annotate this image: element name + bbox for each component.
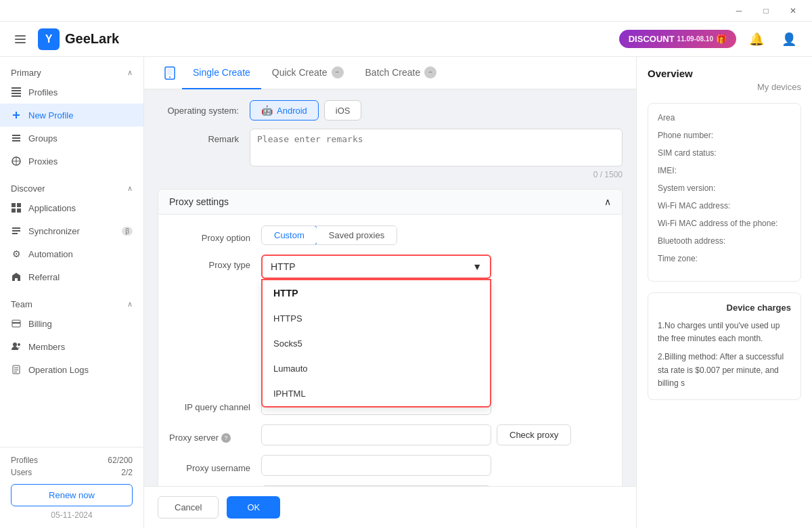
sidebar-item-referral[interactable]: Referral — [0, 265, 143, 288]
sidebar-item-automation[interactable]: ⚙ Automation — [0, 242, 143, 265]
proxy-server-row: Proxy server ? Check proxy — [169, 424, 611, 445]
beta-badge: β — [122, 227, 133, 236]
svg-rect-6 — [12, 95, 21, 97]
saved-proxies-button[interactable]: Saved proxies — [317, 226, 397, 244]
dropdown-item-iphtml[interactable]: IPHTML — [263, 381, 490, 406]
remark-control: 0 / 1500 — [250, 129, 623, 179]
system-version-row: System version: — [658, 183, 791, 194]
custom-proxy-button[interactable]: Custom — [261, 225, 317, 245]
wifi-mac-phone-row: Wi-Fi MAC address of the phone: — [658, 219, 791, 229]
members-icon — [11, 341, 22, 352]
close-button[interactable]: ✕ — [780, 0, 807, 22]
device-info-section: Area Phone number: SIM card status: IMEI… — [648, 103, 801, 282]
proxy-username-input[interactable] — [261, 455, 491, 476]
proxy-option-group: Custom Saved proxies — [261, 225, 397, 245]
sidebar-item-members[interactable]: Members — [0, 335, 143, 358]
sidebar-item-applications[interactable]: Applications — [0, 196, 143, 219]
discount-badge[interactable]: DISCOUNT 11.09-08.10 🎁 — [619, 30, 736, 48]
maximize-button[interactable]: □ — [752, 0, 780, 22]
svg-rect-5 — [12, 93, 21, 94]
os-ios-button[interactable]: iOS — [324, 100, 362, 120]
applications-icon — [11, 202, 22, 213]
sidebar: Primary ∧ Profiles New Profile Groups — [0, 57, 144, 528]
dropdown-item-https[interactable]: HTTPS — [263, 306, 490, 331]
ok-button[interactable]: OK — [227, 496, 280, 519]
proxy-username-row: Proxy username — [169, 455, 611, 476]
svg-rect-1 — [15, 39, 26, 40]
sidebar-section-discover[interactable]: Discover ∧ — [0, 178, 143, 196]
sidebar-section-primary[interactable]: Primary ∧ — [0, 62, 143, 81]
proxy-username-label: Proxy username — [169, 458, 250, 473]
referral-label: Referral — [28, 272, 60, 282]
svg-rect-3 — [12, 87, 21, 89]
automation-icon: ⚙ — [11, 248, 22, 259]
android-icon: 🤖 — [261, 105, 273, 116]
check-proxy-button[interactable]: Check proxy — [497, 424, 571, 445]
minimize-button[interactable]: ─ — [725, 0, 752, 22]
proxy-settings-section: Proxy settings ∧ Proxy option Custom Sav… — [158, 189, 623, 486]
sidebar-item-profiles[interactable]: Profiles — [0, 81, 143, 104]
cancel-button[interactable]: Cancel — [158, 496, 219, 519]
proxy-server-input[interactable] — [261, 424, 491, 445]
proxy-type-selected: HTTP — [271, 261, 296, 272]
proxy-option-control: Custom Saved proxies — [261, 225, 611, 245]
tab-batch-create-close[interactable]: − — [424, 66, 436, 79]
svg-rect-15 — [12, 230, 20, 232]
user-profile-icon[interactable]: 👤 — [777, 27, 801, 51]
dropdown-item-http[interactable]: HTTP — [263, 280, 490, 306]
tab-quick-create-close[interactable]: − — [332, 66, 344, 79]
sidebar-section-team[interactable]: Team ∧ — [0, 294, 143, 312]
area-row: Area — [658, 113, 791, 124]
date-display: 05-11-2024 — [11, 510, 133, 520]
tab-quick-create[interactable]: Quick Create − — [261, 57, 355, 89]
chevron-down-icon: ▼ — [472, 261, 482, 272]
device-charges-section: Device charges 1.No charges until you've… — [648, 292, 801, 400]
svg-rect-14 — [12, 227, 20, 229]
form-footer: Cancel OK — [144, 486, 636, 528]
proxies-icon — [11, 156, 22, 167]
tab-batch-create[interactable]: Batch Create − — [355, 57, 448, 89]
applications-label: Applications — [28, 203, 76, 213]
svg-rect-4 — [12, 90, 21, 91]
sidebar-toggle-button[interactable] — [11, 30, 30, 49]
proxy-server-control: Check proxy — [261, 424, 611, 445]
dropdown-item-lumauto[interactable]: Lumauto — [263, 356, 490, 381]
groups-icon — [11, 133, 22, 144]
notification-icon[interactable]: 🔔 — [744, 27, 769, 51]
svg-rect-16 — [12, 233, 18, 234]
os-row: Operating system: 🤖 Android iOS — [158, 100, 623, 120]
sidebar-item-proxies[interactable]: Proxies — [0, 150, 143, 173]
sidebar-item-groups[interactable]: Groups — [0, 127, 143, 150]
sidebar-item-synchronizer[interactable]: Synchronizer β — [0, 219, 143, 242]
os-android-button[interactable]: 🤖 Android — [250, 100, 319, 120]
timezone-row: Time zone: — [658, 254, 791, 265]
dropdown-item-socks5[interactable]: Socks5 — [263, 331, 490, 356]
sidebar-item-billing[interactable]: Billing — [0, 312, 143, 335]
tab-single-create[interactable]: Single Create — [182, 57, 261, 89]
svg-rect-13 — [17, 208, 21, 213]
sidebar-stats: Profiles 62/200 Users 2/2 — [11, 456, 133, 477]
billing-icon — [11, 318, 22, 329]
wifi-mac-row: Wi-Fi MAC address: — [658, 201, 791, 212]
proxy-type-selector[interactable]: HTTP ▼ — [261, 255, 491, 279]
info-icon: ? — [221, 433, 231, 443]
chevron-up-icon: ∧ — [127, 68, 133, 77]
proxy-type-container: HTTP ▼ HTTP HTTPS Socks5 Lumauto IPHTML — [261, 255, 611, 279]
svg-rect-0 — [15, 35, 26, 37]
new-profile-icon — [11, 110, 22, 120]
svg-rect-24 — [14, 372, 17, 372]
svg-point-19 — [13, 343, 17, 347]
members-label: Members — [28, 342, 65, 352]
sidebar-item-new-profile[interactable]: New Profile — [0, 104, 143, 127]
sidebar-item-operation-logs[interactable]: Operation Logs — [0, 358, 143, 381]
remark-input[interactable] — [250, 129, 623, 167]
tab-device-icon — [158, 57, 182, 89]
proxy-password-row: Proxy password — [169, 485, 611, 486]
form-area: Operating system: 🤖 Android iOS Remark 0 — [144, 89, 636, 486]
device-charges-title: Device charges — [658, 303, 791, 313]
sim-status-row: SIM card status: — [658, 148, 791, 159]
proxy-settings-header[interactable]: Proxy settings ∧ — [158, 189, 623, 215]
profiles-icon — [11, 87, 22, 97]
right-panel: Overview My devices Area Phone number: S… — [636, 57, 812, 528]
renew-now-button[interactable]: Renew now — [11, 484, 133, 506]
